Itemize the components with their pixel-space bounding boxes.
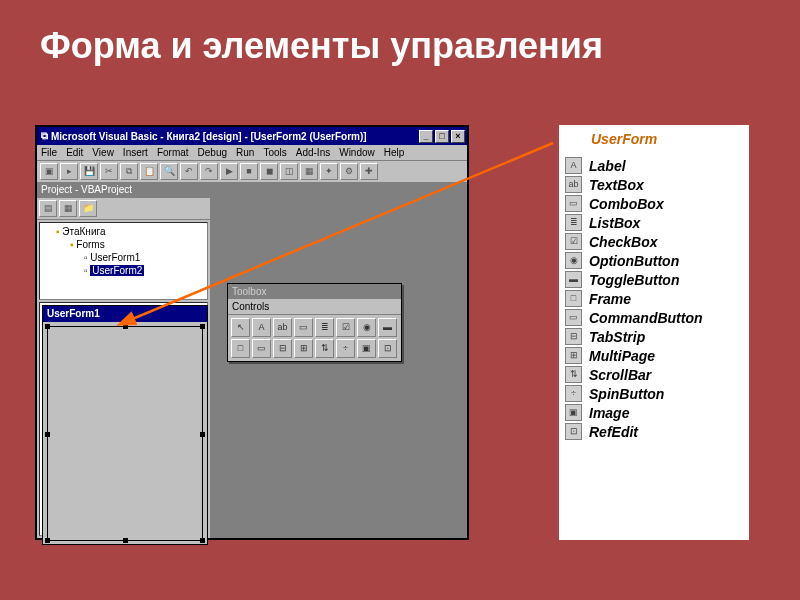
toolbox-refedit-icon[interactable]: ⊡	[378, 339, 397, 358]
tool-view-excel-icon[interactable]: ▣	[40, 163, 58, 180]
control-row-frame: □Frame	[565, 290, 741, 307]
control-row-listbox: ≣ListBox	[565, 214, 741, 231]
toolbox-commandbutton-icon[interactable]: ▭	[252, 339, 271, 358]
tree-forms-folder[interactable]: Forms	[42, 238, 205, 251]
control-row-spinbutton: ÷SpinButton	[565, 385, 741, 402]
togglebutton-icon: ▬	[565, 271, 582, 288]
toolbox-label-icon[interactable]: A	[252, 318, 271, 337]
mdi-area: Toolbox Controls ↖ A ab ▭ ≣ ☑ ◉ ▬ □ ▭ ⊟	[212, 183, 467, 538]
optionbutton-icon: ◉	[565, 252, 582, 269]
menu-view[interactable]: View	[92, 147, 114, 158]
menu-addins[interactable]: Add-Ins	[296, 147, 330, 158]
toolbox-grid: ↖ A ab ▭ ≣ ☑ ◉ ▬ □ ▭ ⊟ ⊞ ⇅ ÷ ▣	[228, 315, 401, 361]
control-label: TabStrip	[589, 329, 645, 345]
refedit-icon: ⊡	[565, 423, 582, 440]
tabstrip-icon: ⊟	[565, 328, 582, 345]
textbox-icon: ab	[565, 176, 582, 193]
control-row-optionbutton: ◉OptionButton	[565, 252, 741, 269]
image-icon: ▣	[565, 404, 582, 421]
menu-bar: File Edit View Insert Format Debug Run T…	[37, 145, 467, 161]
tool-run-icon[interactable]: ▶	[220, 163, 238, 180]
toolbox-frame-icon[interactable]: □	[231, 339, 250, 358]
toolbox-image-icon[interactable]: ▣	[357, 339, 376, 358]
toolbox-tab-controls[interactable]: Controls	[228, 299, 401, 315]
control-row-combobox: ▭ComboBox	[565, 195, 741, 212]
tool-undo-icon[interactable]: ↶	[180, 163, 198, 180]
scrollbar-icon: ⇅	[565, 366, 582, 383]
tool-find-icon[interactable]: 🔍	[160, 163, 178, 180]
form-designer-title[interactable]: UserForm1	[43, 306, 207, 322]
toolbox-title[interactable]: Toolbox	[228, 284, 401, 299]
multipage-icon: ⊞	[565, 347, 582, 364]
tool-design-icon[interactable]: ◫	[280, 163, 298, 180]
control-row-multipage: ⊞MultiPage	[565, 347, 741, 364]
tree-userform1[interactable]: ▫ UserForm1	[42, 251, 205, 264]
menu-debug[interactable]: Debug	[198, 147, 227, 158]
toolbox-textbox-icon[interactable]: ab	[273, 318, 292, 337]
vbe-window: ⧉ Microsoft Visual Basic - Книга2 [desig…	[35, 125, 469, 540]
tool-reset-icon[interactable]: ◼	[260, 163, 278, 180]
toolbox-listbox-icon[interactable]: ≣	[315, 318, 334, 337]
tool-object-browser-icon[interactable]: ⚙	[340, 163, 358, 180]
control-row-refedit: ⊡RefEdit	[565, 423, 741, 440]
tool-properties-icon[interactable]: ✦	[320, 163, 338, 180]
menu-help[interactable]: Help	[384, 147, 405, 158]
tool-project-icon[interactable]: ▦	[300, 163, 318, 180]
control-row-textbox: abTextBox	[565, 176, 741, 193]
tool-redo-icon[interactable]: ↷	[200, 163, 218, 180]
tree-thisworkbook[interactable]: ЭтаКнига	[42, 225, 205, 238]
toolbox-combobox-icon[interactable]: ▭	[294, 318, 313, 337]
menu-format[interactable]: Format	[157, 147, 189, 158]
project-explorer-title: Project - VBAProject	[37, 183, 210, 198]
menu-edit[interactable]: Edit	[66, 147, 83, 158]
tool-break-icon[interactable]: ■	[240, 163, 258, 180]
control-label: Frame	[589, 291, 631, 307]
control-label: SpinButton	[589, 386, 664, 402]
project-explorer: Project - VBAProject ▤ ▦ 📁 ЭтаКнига Form…	[37, 183, 212, 538]
tool-save-icon[interactable]: 💾	[80, 163, 98, 180]
view-object-icon[interactable]: ▦	[59, 200, 77, 217]
tool-toolbox-icon[interactable]: ✚	[360, 163, 378, 180]
toolbox-checkbox-icon[interactable]: ☑	[336, 318, 355, 337]
form-canvas[interactable]	[47, 326, 203, 541]
tool-insert-icon[interactable]: ▸	[60, 163, 78, 180]
view-code-icon[interactable]: ▤	[39, 200, 57, 217]
menu-window[interactable]: Window	[339, 147, 375, 158]
close-button[interactable]: ×	[451, 130, 465, 143]
spinbutton-icon: ÷	[565, 385, 582, 402]
menu-insert[interactable]: Insert	[123, 147, 148, 158]
tool-copy-icon[interactable]: ⧉	[120, 163, 138, 180]
control-label: Label	[589, 158, 626, 174]
menu-file[interactable]: File	[41, 147, 57, 158]
minimize-button[interactable]: _	[419, 130, 433, 143]
menu-tools[interactable]: Tools	[263, 147, 286, 158]
tool-cut-icon[interactable]: ✂	[100, 163, 118, 180]
combobox-icon: ▭	[565, 195, 582, 212]
tree-userform2[interactable]: ▫ UserForm2	[42, 264, 205, 277]
toolbox-optionbutton-icon[interactable]: ◉	[357, 318, 376, 337]
control-label: ScrollBar	[589, 367, 651, 383]
toolbox-select-icon[interactable]: ↖	[231, 318, 250, 337]
tool-paste-icon[interactable]: 📋	[140, 163, 158, 180]
control-row-image: ▣Image	[565, 404, 741, 421]
toolbox-multipage-icon[interactable]: ⊞	[294, 339, 313, 358]
toolbox-togglebutton-icon[interactable]: ▬	[378, 318, 397, 337]
toggle-folders-icon[interactable]: 📁	[79, 200, 97, 217]
menu-run[interactable]: Run	[236, 147, 254, 158]
window-titlebar[interactable]: ⧉ Microsoft Visual Basic - Книга2 [desig…	[37, 127, 467, 145]
control-label: CommandButton	[589, 310, 703, 326]
controls-list-panel: UserForm ALabelabTextBox▭ComboBox≣ListBo…	[559, 125, 749, 540]
toolbox-spinbutton-icon[interactable]: ÷	[336, 339, 355, 358]
toolbox-tabstrip-icon[interactable]: ⊟	[273, 339, 292, 358]
control-row-scrollbar: ⇅ScrollBar	[565, 366, 741, 383]
controls-list: ALabelabTextBox▭ComboBox≣ListBox☑CheckBo…	[565, 157, 741, 440]
maximize-button[interactable]: □	[435, 130, 449, 143]
control-label: CheckBox	[589, 234, 657, 250]
control-row-label: ALabel	[565, 157, 741, 174]
project-tree: ЭтаКнига Forms ▫ UserForm1 ▫ UserForm2	[39, 222, 208, 300]
control-label: Image	[589, 405, 629, 421]
toolbox-scrollbar-icon[interactable]: ⇅	[315, 339, 334, 358]
control-label: MultiPage	[589, 348, 655, 364]
control-row-tabstrip: ⊟TabStrip	[565, 328, 741, 345]
toolbox-window[interactable]: Toolbox Controls ↖ A ab ▭ ≣ ☑ ◉ ▬ □ ▭ ⊟	[227, 283, 402, 362]
